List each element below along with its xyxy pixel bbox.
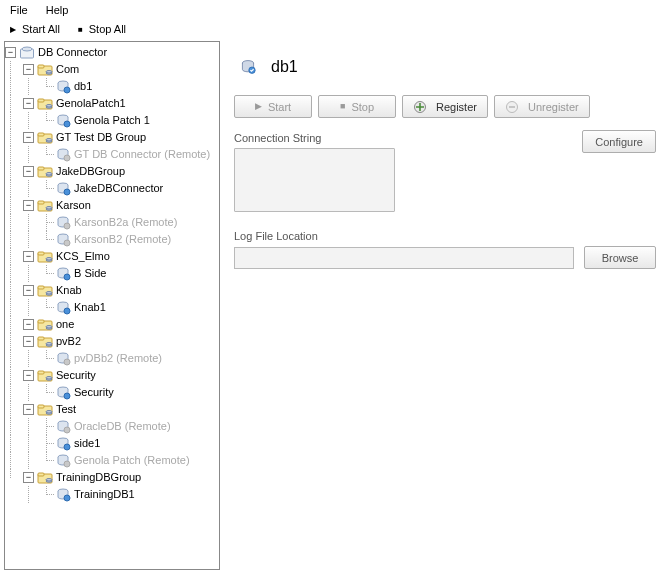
svg-rect-35: [38, 252, 44, 255]
tree-group-label: JakeDBGroup: [56, 163, 125, 180]
tree-item-label: OracleDB (Remote): [74, 418, 171, 435]
collapse-icon[interactable]: −: [23, 319, 34, 330]
tree-item[interactable]: KarsonB2 (Remote): [5, 231, 219, 248]
register-button[interactable]: Register: [402, 95, 488, 118]
db-icon: [55, 113, 71, 129]
tree-item[interactable]: Genola Patch (Remote): [5, 452, 219, 469]
collapse-icon[interactable]: −: [23, 166, 34, 177]
folder-icon: [37, 62, 53, 78]
register-button-label: Register: [436, 101, 477, 113]
collapse-icon[interactable]: −: [23, 472, 34, 483]
detail-title: db1: [271, 58, 298, 76]
tree-group-label: Test: [56, 401, 76, 418]
unregister-icon: [505, 100, 519, 114]
tree-group[interactable]: −GT Test DB Group: [5, 129, 219, 146]
db-icon: [55, 147, 71, 163]
browse-button[interactable]: Browse: [584, 246, 656, 269]
tree-root[interactable]: −DB Connector: [5, 44, 219, 61]
start-button[interactable]: ▶ Start: [234, 95, 312, 118]
tree-item-label: Genola Patch 1: [74, 112, 150, 129]
collapse-icon[interactable]: −: [23, 404, 34, 415]
tree-group-label: KCS_Elmo: [56, 248, 110, 265]
collapse-icon[interactable]: −: [23, 132, 34, 143]
svg-rect-41: [38, 286, 44, 289]
tree-group[interactable]: −KCS_Elmo: [5, 248, 219, 265]
tree-item[interactable]: pvDBb2 (Remote): [5, 350, 219, 367]
folder-icon: [37, 164, 53, 180]
unregister-button[interactable]: Unregister: [494, 95, 590, 118]
tree-item[interactable]: Security: [5, 384, 219, 401]
svg-point-39: [64, 274, 70, 280]
tree-item[interactable]: TrainingDB1: [5, 486, 219, 503]
folder-icon: [37, 130, 53, 146]
tree-group-label: Knab: [56, 282, 82, 299]
tree-item[interactable]: JakeDBConnector: [5, 180, 219, 197]
tree-item[interactable]: side1: [5, 435, 219, 452]
folder-icon: [37, 283, 53, 299]
tree-group[interactable]: −Com: [5, 61, 219, 78]
tree-group[interactable]: −JakeDBGroup: [5, 163, 219, 180]
tree-item[interactable]: GT DB Connector (Remote): [5, 146, 219, 163]
folder-icon: [37, 96, 53, 112]
tree-group-label: GT Test DB Group: [56, 129, 146, 146]
stop-all-button[interactable]: Stop All: [89, 23, 126, 35]
tree-panel: −DB Connector−Comdb1−GenolaPatch1Genola …: [4, 41, 220, 570]
tree-group[interactable]: −GenolaPatch1: [5, 95, 219, 112]
collapse-icon[interactable]: −: [23, 251, 34, 262]
collapse-icon[interactable]: −: [23, 285, 34, 296]
svg-point-75: [46, 478, 52, 480]
svg-rect-3: [38, 65, 44, 68]
tree-group[interactable]: −Knab: [5, 282, 219, 299]
tree-group-label: pvB2: [56, 333, 81, 350]
tree-item-label: KarsonB2a (Remote): [74, 214, 177, 231]
tree-item[interactable]: KarsonB2a (Remote): [5, 214, 219, 231]
tree-group-label: Com: [56, 61, 79, 78]
tree-group[interactable]: −Test: [5, 401, 219, 418]
collapse-icon[interactable]: −: [23, 64, 34, 75]
menu-file[interactable]: File: [10, 4, 28, 16]
collapse-icon[interactable]: −: [23, 336, 34, 347]
tree-group[interactable]: −pvB2: [5, 333, 219, 350]
tree-group[interactable]: −Security: [5, 367, 219, 384]
play-icon: ▶: [255, 102, 262, 111]
tree-item[interactable]: Knab1: [5, 299, 219, 316]
tree-item-label: side1: [74, 435, 100, 452]
collapse-icon[interactable]: −: [23, 370, 34, 381]
tree-item-label: db1: [74, 78, 92, 95]
svg-point-31: [64, 223, 70, 229]
svg-point-13: [64, 121, 70, 127]
configure-button[interactable]: Configure: [582, 130, 656, 153]
play-icon: ▶: [10, 25, 16, 34]
tree-group[interactable]: −Karson: [5, 197, 219, 214]
svg-rect-73: [38, 473, 44, 476]
start-all-button[interactable]: Start All: [22, 23, 60, 35]
tree-item-label: GT DB Connector (Remote): [74, 146, 210, 163]
collapse-icon[interactable]: −: [5, 47, 16, 58]
menu-help[interactable]: Help: [46, 4, 69, 16]
stop-button[interactable]: ■ Stop: [318, 95, 396, 118]
svg-point-53: [46, 342, 52, 344]
stop-icon: ■: [78, 25, 83, 34]
svg-point-33: [64, 240, 70, 246]
tree-item-label: pvDBb2 (Remote): [74, 350, 162, 367]
svg-point-45: [64, 308, 70, 314]
collapse-icon[interactable]: −: [23, 98, 34, 109]
svg-point-19: [64, 155, 70, 161]
svg-point-69: [64, 444, 70, 450]
log-file-input[interactable]: [234, 247, 574, 269]
connection-string-input[interactable]: [234, 148, 395, 212]
svg-rect-47: [38, 320, 44, 323]
tree-item[interactable]: Genola Patch 1: [5, 112, 219, 129]
folder-icon: [37, 317, 53, 333]
svg-point-65: [46, 410, 52, 412]
tree-group[interactable]: −one: [5, 316, 219, 333]
svg-point-67: [64, 427, 70, 433]
collapse-icon[interactable]: −: [23, 200, 34, 211]
tree-group[interactable]: −TrainingDBGroup: [5, 469, 219, 486]
svg-point-29: [46, 206, 52, 208]
svg-rect-27: [38, 201, 44, 204]
db-icon: [55, 385, 71, 401]
tree-item[interactable]: OracleDB (Remote): [5, 418, 219, 435]
tree-item[interactable]: db1: [5, 78, 219, 95]
tree-item[interactable]: B Side: [5, 265, 219, 282]
